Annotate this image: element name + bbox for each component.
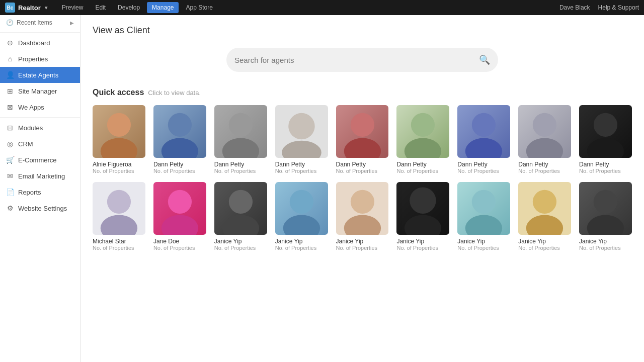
agent-card-janice2[interactable]: Janice Yip No. of Properties — [275, 182, 328, 251]
nav-edit[interactable]: Edit — [90, 2, 111, 13]
agent-avatar — [275, 182, 328, 235]
sidebar-label-site-manager: Site Manager — [18, 87, 57, 95]
recent-items-row[interactable]: 🕐 Recent Items ▶ — [0, 15, 80, 30]
agent-props: No. of Properties — [518, 168, 571, 174]
svg-point-14 — [533, 113, 556, 137]
agent-avatar — [214, 105, 267, 158]
nav-manage[interactable]: Manage — [147, 2, 179, 13]
agent-avatar — [336, 182, 389, 235]
sidebar-item-estate-agents[interactable]: 👤 Estate Agents — [0, 67, 80, 83]
agent-avatar — [153, 105, 206, 158]
sidebar-label-modules: Modules — [18, 124, 43, 132]
search-icon[interactable]: 🔍 — [479, 54, 490, 65]
sidebar-item-modules[interactable]: ⊡ Modules — [0, 120, 80, 136]
agent-card-janice5[interactable]: Janice Yip No. of Properties — [457, 182, 510, 251]
agents-grid-row2: Michael Star No. of Properties Jane Doe … — [93, 182, 632, 251]
crm-icon: ◎ — [6, 140, 14, 148]
svg-point-32 — [533, 190, 556, 214]
svg-point-15 — [526, 138, 563, 158]
agent-props: No. of Properties — [579, 245, 632, 251]
brand[interactable]: Bc Realtor ▼ — [5, 3, 49, 13]
brand-name: Realtor — [18, 4, 41, 12]
sidebar-item-ecommerce[interactable]: 🛒 E-Commerce — [0, 152, 80, 168]
agent-name: Dann Petty — [457, 161, 510, 168]
agent-name: Dann Petty — [518, 161, 571, 168]
agent-card-michael[interactable]: Michael Star No. of Properties — [93, 182, 145, 251]
user-name[interactable]: Dave Black — [559, 4, 590, 11]
svg-point-10 — [411, 113, 435, 137]
agent-name: Janice Yip — [214, 238, 267, 245]
agent-name: Dann Petty — [336, 161, 389, 168]
page-title: View as Client — [93, 25, 632, 36]
svg-point-1 — [101, 138, 137, 158]
agent-card-dann8[interactable]: Dann Petty No. of Properties — [579, 105, 632, 174]
agent-card-janice6[interactable]: Janice Yip No. of Properties — [518, 182, 571, 251]
agent-avatar — [93, 182, 145, 235]
sidebar-item-website-settings[interactable]: ⚙ Website Settings — [0, 200, 80, 216]
agent-card-janice1[interactable]: Janice Yip No. of Properties — [214, 182, 267, 251]
search-bar[interactable]: 🔍 — [226, 48, 498, 72]
svg-point-24 — [290, 190, 313, 214]
sidebar: 🕐 Recent Items ▶ ⊙ Dashboard ⌂ Propertie… — [0, 15, 80, 362]
modules-icon: ⊡ — [6, 124, 14, 132]
agent-card-jane[interactable]: Jane Doe No. of Properties — [153, 182, 206, 251]
sidebar-label-dashboard: Dashboard — [18, 39, 50, 47]
agent-card-janice3[interactable]: Janice Yip No. of Properties — [336, 182, 389, 251]
dashboard-icon: ⊙ — [6, 39, 14, 47]
sidebar-item-crm[interactable]: ◎ CRM — [0, 136, 80, 152]
agent-card-dann4[interactable]: Dann Petty No. of Properties — [336, 105, 389, 174]
svg-point-2 — [168, 113, 192, 137]
properties-icon: ⌂ — [6, 55, 14, 63]
sidebar-divider — [0, 32, 80, 33]
nav-develop[interactable]: Develop — [113, 2, 145, 13]
agents-grid-row1: Alnie Figueroa No. of Properties Dann Pe… — [93, 105, 632, 174]
clock-icon: 🕐 — [6, 19, 14, 26]
agent-props: No. of Properties — [396, 245, 449, 251]
agent-props: No. of Properties — [579, 168, 632, 174]
agent-card-dann6[interactable]: Dann Petty No. of Properties — [457, 105, 510, 174]
sidebar-item-email-marketing[interactable]: ✉ Email Marketing — [0, 168, 80, 184]
agent-name: Janice Yip — [457, 238, 510, 245]
agent-name: Dann Petty — [579, 161, 632, 168]
sidebar-item-we-apps[interactable]: ⊠ We Apps — [0, 99, 80, 115]
agent-avatar — [457, 182, 510, 235]
agent-card-dann5[interactable]: Dann Petty No. of Properties — [396, 105, 449, 174]
agent-props: No. of Properties — [457, 245, 510, 251]
nav-preview[interactable]: Preview — [57, 2, 89, 13]
nav-appstore[interactable]: App Store — [181, 2, 217, 13]
agent-props: No. of Properties — [153, 168, 206, 174]
reports-icon: 📄 — [6, 188, 14, 196]
sidebar-label-reports: Reports — [18, 189, 41, 196]
search-input[interactable] — [234, 56, 474, 64]
sidebar-item-properties[interactable]: ⌂ Properties — [0, 51, 80, 67]
agent-name: Dann Petty — [275, 161, 328, 168]
agent-name: Janice Yip — [518, 238, 571, 245]
agent-props: No. of Properties — [275, 245, 328, 251]
agent-card-dann7[interactable]: Dann Petty No. of Properties — [518, 105, 571, 174]
agent-card-dann3[interactable]: Dann Petty No. of Properties — [275, 105, 328, 174]
agent-card-janice4[interactable]: Janice Yip No. of Properties — [396, 182, 449, 251]
sidebar-item-reports[interactable]: 📄 Reports — [0, 184, 80, 200]
svg-point-34 — [594, 190, 617, 214]
agent-props: No. of Properties — [396, 168, 449, 174]
sidebar-label-email-marketing: Email Marketing — [18, 172, 65, 180]
help-support[interactable]: Help & Support — [598, 4, 639, 11]
sidebar-item-site-manager[interactable]: ⊞ Site Manager — [0, 83, 80, 99]
agent-card-janice7[interactable]: Janice Yip No. of Properties — [579, 182, 632, 251]
agent-avatar — [579, 182, 632, 235]
svg-point-25 — [283, 215, 319, 234]
agent-card-alnie[interactable]: Alnie Figueroa No. of Properties — [93, 105, 145, 174]
sidebar-item-dashboard[interactable]: ⊙ Dashboard — [0, 35, 80, 51]
sidebar-label-properties: Properties — [18, 55, 48, 63]
we-apps-icon: ⊠ — [6, 103, 14, 111]
agent-name: Dann Petty — [153, 161, 206, 168]
agent-props: No. of Properties — [93, 168, 145, 174]
sidebar-divider-2 — [0, 117, 80, 118]
search-wrapper: 🔍 — [93, 48, 632, 72]
agent-props: No. of Properties — [153, 245, 206, 251]
svg-point-23 — [222, 215, 259, 234]
svg-point-12 — [472, 113, 496, 137]
agent-card-dann1[interactable]: Dann Petty No. of Properties — [153, 105, 206, 174]
svg-point-3 — [162, 138, 198, 158]
agent-card-dann2[interactable]: Dann Petty No. of Properties — [214, 105, 267, 174]
